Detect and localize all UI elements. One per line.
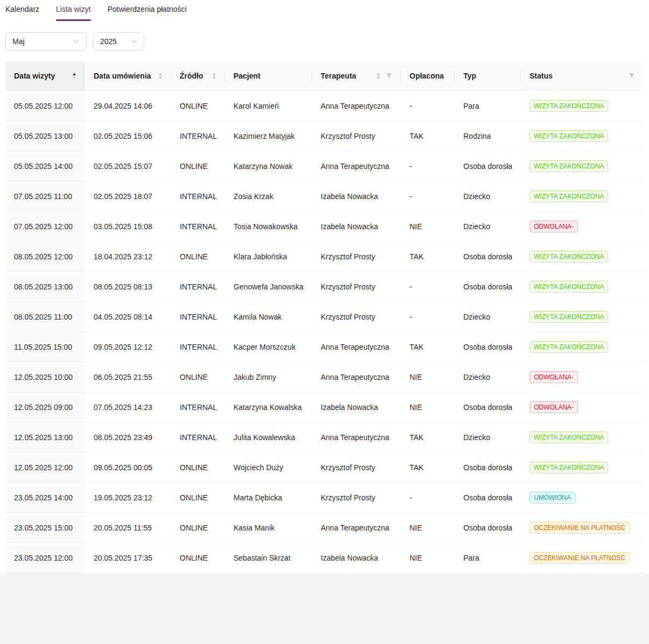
cell-visit_date: 12.05.2025 09:00 [5, 392, 85, 422]
table-header-row: Data wizyty▲▼Data umówienia▲▼Źródło▲▼Pac… [5, 61, 644, 91]
sort-carets-icon[interactable]: ▲▼ [158, 72, 163, 80]
cell-therapist: Anna Terapeutyczna [312, 151, 401, 181]
column-header-icons: ▲▼ [212, 72, 216, 80]
cell-patient: Julita Kowalewska [225, 422, 312, 452]
status-badge: WIZYTA ZAKOŃCZONA [530, 431, 608, 443]
column-label: Status [530, 72, 553, 80]
cell-visit_date: 23.05.2025 14:00 [5, 483, 85, 512]
cell-source: ONLINE [171, 151, 225, 181]
cell-therapist: Anna Terapeutyczna [312, 332, 401, 362]
column-header-icons [629, 73, 635, 79]
cell-therapist: Krzysztof Prosty [312, 452, 401, 482]
cell-therapist: Izabela Nowacka [312, 211, 401, 241]
page-content: KalendarzLista wizytPotwierdzenia płatno… [0, 0, 649, 573]
cell-patient: Katarzyna Kowalska [225, 392, 312, 422]
column-header-therapist[interactable]: Terapeuta▲▼ [312, 61, 401, 90]
year-select[interactable]: 2025 [93, 32, 144, 51]
cell-visit_date: 23.05.2025 12:00 [5, 543, 85, 572]
table-row: 08.05.2025 12:0018.04.2025 23:12ONLINEKl… [5, 242, 644, 272]
filter-funnel-icon[interactable] [386, 73, 392, 79]
cell-type: Osoba dorosła [455, 513, 521, 542]
cell-paid: - [401, 483, 455, 512]
cell-paid: - [401, 302, 455, 331]
column-header-source[interactable]: Źródło▲▼ [171, 61, 225, 90]
cell-status: WIZYTA ZAKOŃCZONA [521, 422, 644, 452]
cell-patient: Kasia Manik [225, 513, 312, 542]
cell-visit_date: 08.05.2025 11:00 [5, 302, 85, 331]
cell-paid: NIE [401, 362, 455, 392]
cell-visit_date: 08.05.2025 13:00 [5, 272, 85, 301]
table-row: 07.05.2025 12:0003.05.2025 15:08INTERNAL… [5, 211, 644, 242]
cell-type: Dziecko [455, 362, 521, 392]
sort-carets-icon[interactable]: ▲▼ [72, 72, 76, 80]
cell-therapist: Krzysztof Prosty [312, 483, 401, 512]
cell-source: ONLINE [171, 543, 225, 572]
table-row: 05.05.2025 13:0002.05.2025 15:06INTERNAL… [5, 121, 644, 151]
cell-paid: - [401, 151, 455, 181]
visits-table: Data wizyty▲▼Data umówienia▲▼Źródło▲▼Pac… [5, 61, 644, 573]
filter-bar: Maj 2025 [5, 32, 644, 51]
cell-status: OCZEKIWANIE NA PŁATNOŚĆ [521, 543, 644, 572]
table-row: 05.05.2025 14:0002.05.2025 15:07ONLINEKa… [5, 151, 644, 181]
cell-source: INTERNAL [171, 302, 225, 331]
cell-booking_date: 18.04.2025 23:12 [85, 242, 171, 271]
cell-patient: Sebastain Skrzat [225, 543, 312, 572]
column-header-patient: Pacjent [225, 61, 312, 90]
cell-status: WIZYTA ZAKOŃCZONA [521, 332, 644, 362]
status-badge: OCZEKIWANIE NA PŁATNOŚĆ [530, 552, 630, 564]
cell-type: Osoba dorosła [455, 272, 521, 301]
column-label: Źródło [180, 72, 203, 80]
cell-paid: TAK [401, 121, 455, 151]
cell-status: WIZYTA ZAKOŃCZONA [521, 121, 644, 151]
table-row: 08.05.2025 13:0008.05.2025 08:13INTERNAL… [5, 272, 644, 302]
column-header-paid: Opłacona [401, 61, 455, 90]
status-badge: OCZEKIWANIE NA PŁATNOŚĆ [530, 522, 630, 534]
cell-booking_date: 09.05.2025 12:12 [85, 332, 171, 362]
column-header-status[interactable]: Status [521, 61, 644, 90]
cell-paid: TAK [401, 242, 455, 271]
tab-potwierdzenia-platnosci[interactable]: Potwierdzenia płatności [108, 5, 187, 21]
cell-visit_date: 05.05.2025 13:00 [5, 121, 85, 151]
cell-status: WIZYTA ZAKOŃCZONA [521, 91, 644, 121]
status-badge: WIZYTA ZAKOŃCZONA [530, 281, 608, 293]
filter-funnel-icon[interactable] [629, 73, 635, 79]
cell-source: INTERNAL [171, 422, 225, 452]
cell-status: ODWOŁANA- [521, 211, 644, 241]
sort-carets-icon[interactable]: ▲▼ [212, 72, 216, 80]
cell-patient: Tosia Nowakowska [225, 211, 312, 241]
sort-carets-icon[interactable]: ▲▼ [376, 72, 380, 80]
cell-type: Osoba dorosła [455, 452, 521, 482]
status-badge: WIZYTA ZAKOŃCZONA [530, 160, 608, 172]
cell-source: INTERNAL [171, 121, 225, 151]
cell-therapist: Anna Terapeutyczna [312, 422, 401, 452]
cell-type: Osoba dorosła [455, 483, 521, 512]
cell-source: ONLINE [171, 513, 225, 542]
column-label: Data umówienia [94, 72, 151, 80]
cell-status: WIZYTA ZAKOŃCZONA [521, 272, 644, 301]
cell-type: Para [455, 91, 521, 121]
cell-booking_date: 06.05.2025 21:55 [85, 362, 171, 392]
cell-source: ONLINE [171, 452, 225, 482]
month-select[interactable]: Maj [5, 32, 87, 51]
column-label: Terapeuta [321, 72, 356, 80]
cell-patient: Marta Dębicka [225, 483, 312, 512]
column-header-booking_date[interactable]: Data umówienia▲▼ [85, 61, 171, 90]
status-badge: WIZYTA ZAKOŃCZONA [530, 130, 608, 142]
table-row: 23.05.2025 12:0020.05.2025 17:35ONLINESe… [5, 543, 644, 573]
cell-status: ODWOŁANA- [521, 362, 644, 392]
status-badge: WIZYTA ZAKOŃCZONA [530, 341, 608, 353]
status-badge: UMÓWIONA [530, 492, 575, 504]
chevron-down-icon [131, 38, 137, 45]
cell-booking_date: 20.05.2025 17:35 [85, 543, 171, 572]
cell-paid: - [401, 91, 455, 121]
tab-lista-wizyt[interactable]: Lista wizyt [56, 5, 91, 21]
cell-paid: NIE [401, 543, 455, 572]
cell-status: WIZYTA ZAKOŃCZONA [521, 181, 644, 211]
cell-type: Rodzina [455, 121, 521, 151]
tab-kalendarz[interactable]: Kalendarz [5, 5, 39, 21]
column-header-visit_date[interactable]: Data wizyty▲▼ [5, 61, 85, 90]
cell-booking_date: 09.05.2025 00:05 [85, 452, 171, 482]
cell-patient: Katarzyna Nowak [225, 151, 312, 181]
tab-bar: KalendarzLista wizytPotwierdzenia płatno… [5, 0, 644, 21]
cell-visit_date: 07.05.2025 11:00 [5, 181, 85, 211]
